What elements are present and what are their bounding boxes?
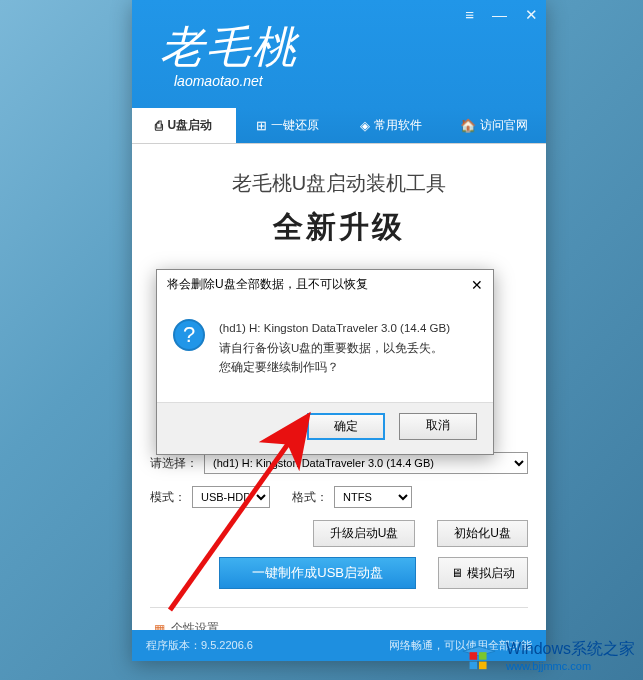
simulate-button[interactable]: 🖥 模拟启动 <box>438 557 528 589</box>
tab-label: 访问官网 <box>480 117 528 134</box>
format-select[interactable]: NTFS <box>334 486 412 508</box>
dialog-message: (hd1) H: Kingston DataTraveler 3.0 (14.4… <box>219 319 450 378</box>
format-label: 格式： <box>292 489 328 506</box>
main-banner: 老毛桃U盘启动装机工具 全新升级 <box>132 144 546 262</box>
brand-name: 老毛桃 <box>160 18 546 77</box>
minimize-button[interactable]: — <box>492 6 507 24</box>
header: ≡ — ✕ 老毛桃 laomaotao.net <box>132 0 546 108</box>
brand-url: laomaotao.net <box>160 73 546 89</box>
watermark: Windows系统之家 www.bjjmmc.com <box>460 638 635 672</box>
cancel-button[interactable]: 取消 <box>399 413 477 440</box>
tab-label: U盘启动 <box>167 117 212 134</box>
main-subtitle: 全新升级 <box>150 207 528 248</box>
dialog-close-icon[interactable]: ✕ <box>471 277 483 293</box>
watermark-text: Windows系统之家 <box>506 640 635 657</box>
version-text: 程序版本：9.5.2206.6 <box>146 638 253 653</box>
svg-rect-2 <box>479 652 487 660</box>
device-label: 请选择： <box>150 455 198 472</box>
dialog-title: 将会删除U盘全部数据，且不可以恢复 <box>167 276 368 293</box>
svg-rect-1 <box>470 652 478 660</box>
question-icon: ? <box>173 319 205 351</box>
ok-button[interactable]: 确定 <box>307 413 385 440</box>
tab-usb-boot[interactable]: ⎙ U盘启动 <box>132 108 236 143</box>
windows-logo-icon <box>460 638 498 672</box>
watermark-url: www.bjjmmc.com <box>506 660 635 672</box>
device-select[interactable]: (hd1) H: Kingston DataTraveler 3.0 (14.4… <box>204 452 528 474</box>
home-icon: 🏠 <box>460 118 476 133</box>
svg-rect-4 <box>479 662 487 670</box>
divider <box>150 607 528 608</box>
tab-label: 一键还原 <box>271 117 319 134</box>
tab-restore[interactable]: ⊞ 一键还原 <box>236 108 340 143</box>
init-button[interactable]: 初始化U盘 <box>437 520 528 547</box>
main-title: 老毛桃U盘启动装机工具 <box>150 170 528 197</box>
close-button[interactable]: ✕ <box>525 6 538 24</box>
upgrade-button[interactable]: 升级启动U盘 <box>313 520 416 547</box>
usb-icon: ⎙ <box>155 118 163 133</box>
mode-select[interactable]: USB-HDD <box>192 486 270 508</box>
box-icon: ◈ <box>360 118 370 133</box>
window-controls: ≡ — ✕ <box>465 6 538 24</box>
tab-software[interactable]: ◈ 常用软件 <box>339 108 443 143</box>
form-area: 请选择： (hd1) H: Kingston DataTraveler 3.0 … <box>132 452 546 637</box>
mode-label: 模式： <box>150 489 186 506</box>
confirm-dialog: 将会删除U盘全部数据，且不可以恢复 ✕ ? (hd1) H: Kingston … <box>156 269 494 455</box>
tab-label: 常用软件 <box>374 117 422 134</box>
tabs: ⎙ U盘启动 ⊞ 一键还原 ◈ 常用软件 🏠 访问官网 <box>132 108 546 144</box>
create-usb-button[interactable]: 一键制作成USB启动盘 <box>219 557 416 589</box>
tab-website[interactable]: 🏠 访问官网 <box>443 108 547 143</box>
menu-button[interactable]: ≡ <box>465 6 474 24</box>
windows-icon: ⊞ <box>256 118 267 133</box>
monitor-icon: 🖥 <box>451 566 463 580</box>
svg-rect-3 <box>470 662 478 670</box>
